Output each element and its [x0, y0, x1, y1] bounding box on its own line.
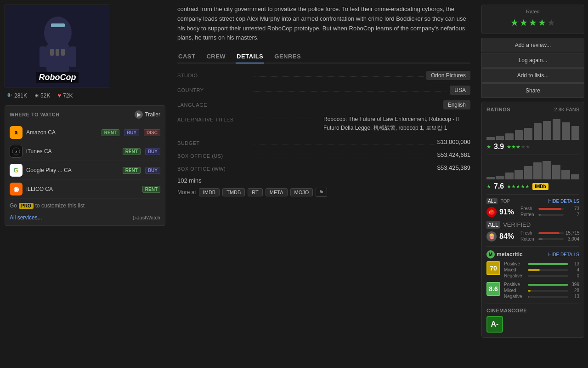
- rt-fresh-pct: 91%: [499, 208, 514, 216]
- tab-crew[interactable]: CREW: [205, 50, 226, 63]
- rt-tab-top[interactable]: TOP: [499, 198, 511, 204]
- meta-pos-label: Positive: [504, 261, 526, 266]
- svg-rect-5: [51, 23, 65, 27]
- detail-row-studio: STUDIO Orion Pictures: [177, 71, 470, 80]
- star-5[interactable]: ★: [547, 17, 555, 28]
- imdb-bar: [514, 170, 523, 179]
- tab-genres[interactable]: GENRES: [273, 50, 302, 63]
- meta-mix-label: Mixed: [504, 267, 526, 272]
- badge-buy-google[interactable]: BUY: [145, 167, 160, 174]
- imdb-bar: [533, 162, 542, 179]
- runtime-value: 102 mins: [177, 177, 202, 184]
- meta-user-mix-label: Mixed: [504, 288, 526, 293]
- meta-user-neg-row: Negative 13: [504, 294, 579, 299]
- add-review-button[interactable]: Add a review...: [481, 38, 584, 52]
- meta-critic-pos-count: 13: [570, 261, 579, 266]
- eye-icon: 👁: [6, 92, 12, 99]
- badge-rent-itunes[interactable]: RENT: [123, 148, 141, 155]
- tab-cast[interactable]: CAST: [177, 50, 196, 63]
- studio-dots: [254, 76, 424, 77]
- add-to-lists-button[interactable]: Add to lists...: [481, 68, 584, 83]
- badge-disc-amazon[interactable]: DISC: [144, 129, 160, 136]
- pro-badge[interactable]: PRO: [19, 203, 34, 209]
- imdb-bar: [524, 166, 532, 179]
- more-at-mojo[interactable]: MOJO: [290, 188, 313, 196]
- trailer-button[interactable]: ▶ Trailer: [135, 110, 160, 119]
- imdb-score-row: ★ 7.6 ★★★★★ IMDb: [486, 182, 579, 190]
- badge-rent-amazon[interactable]: RENT: [102, 129, 119, 136]
- meta-user-pos-fill: [528, 284, 568, 286]
- rt-tab-all-v[interactable]: ALL: [486, 221, 500, 229]
- trailer-label: Trailer: [145, 111, 160, 118]
- bo-us-value-wrap: $53,424,681: [437, 151, 470, 158]
- service-row-illico: ◉ ILLICO CA RENT: [10, 180, 160, 199]
- badge-buy-itunes[interactable]: BUY: [145, 148, 160, 155]
- language-value-wrap: English: [443, 100, 470, 109]
- svg-rect-8: [61, 49, 65, 56]
- bo-ww-label: BOX OFFICE (WW): [177, 164, 251, 172]
- service-row-itunes: ♪ iTunes CA RENT BUY: [10, 142, 160, 161]
- rt-popcorn-pct: 84%: [499, 232, 514, 241]
- lb-bar: [505, 133, 514, 140]
- rt-popcorn-fresh-row: Fresh 15,715: [520, 230, 579, 236]
- meta-hide-details-button[interactable]: HIDE DETAILS: [548, 252, 579, 257]
- divider-1: [486, 155, 579, 155]
- more-at-rt[interactable]: RT: [248, 188, 262, 196]
- svg-rect-6: [50, 49, 54, 56]
- rt-hide-details-button[interactable]: HIDE DETAILS: [548, 199, 579, 204]
- rt-tab-verified[interactable]: VERIFIED: [502, 221, 532, 229]
- movie-description: contract from the city government to pri…: [177, 5, 470, 43]
- imdb-bar: [543, 161, 551, 179]
- metacritic-title: metacritic: [497, 251, 523, 258]
- movie-poster: RoboCop: [5, 5, 110, 87]
- bo-us-value: $53,424,681: [437, 151, 470, 158]
- badge-rent-google[interactable]: RENT: [123, 167, 141, 174]
- google-logo: G: [10, 164, 23, 177]
- meta-critic-score-box: 70: [486, 261, 500, 275]
- justwatch-brand: ▷JustWatch: [133, 215, 160, 221]
- right-panel: Rated ★ ★ ★ ★ ★ Add a review... Log agai…: [478, 0, 588, 368]
- flag-button[interactable]: ⚑: [316, 188, 327, 197]
- meta-user-mix-bg: [528, 290, 568, 292]
- language-value: English: [443, 100, 470, 109]
- meta-user-score-row: 8.6 Positive 399 Mixed: [486, 282, 579, 300]
- star-3[interactable]: ★: [529, 17, 537, 28]
- wtw-label: WHERE TO WATCH: [10, 112, 60, 117]
- middle-panel: contract from the city government to pri…: [170, 0, 478, 368]
- lb-bar: [496, 136, 504, 140]
- rt-tab-all[interactable]: ALL: [486, 198, 498, 204]
- more-at-meta[interactable]: META: [266, 188, 288, 196]
- more-at-tmdb[interactable]: TMDB: [222, 188, 245, 196]
- star-1[interactable]: ★: [510, 17, 519, 28]
- log-again-button[interactable]: Log again...: [481, 53, 584, 68]
- meta-user-score-box: 8.6: [486, 282, 500, 296]
- meta-user-pos-label: Positive: [504, 282, 526, 287]
- svg-rect-4: [69, 46, 76, 67]
- imdb-star: ★: [486, 184, 491, 190]
- badge-rent-illico[interactable]: RENT: [142, 186, 160, 193]
- badge-buy-amazon[interactable]: BUY: [124, 129, 139, 136]
- meta-critic-mix-row: Mixed 4: [504, 267, 579, 272]
- tab-details[interactable]: DETAILS: [236, 50, 264, 63]
- rt-popcorn-rotten-label: Rotten: [520, 236, 537, 242]
- rt-fresh-label: Fresh: [520, 206, 537, 211]
- stars-row[interactable]: ★ ★ ★ ★ ★: [486, 17, 579, 28]
- imdb-badge: IMDb: [532, 183, 548, 190]
- star-4[interactable]: ★: [538, 17, 546, 28]
- star-2[interactable]: ★: [520, 17, 528, 28]
- amazon-logo: a: [10, 126, 23, 139]
- user-rating-section: Rated ★ ★ ★ ★ ★: [481, 5, 584, 34]
- likes-stat: ♥ 72K: [57, 92, 73, 99]
- imdb-bar: [561, 170, 570, 179]
- country-label: COUNTRY: [177, 86, 251, 93]
- rt-rotten-count: 7: [565, 212, 579, 217]
- meta-user-neg-bg: [528, 296, 568, 298]
- meta-critic-neg-count: 0: [570, 273, 579, 278]
- rt-rotten-bar-row: Rotten 7: [520, 212, 579, 217]
- share-button[interactable]: Share: [481, 83, 584, 98]
- rt-fresh-bar-row: Fresh 73: [520, 206, 579, 211]
- all-services-link[interactable]: All services...: [10, 214, 42, 221]
- more-at-imdb[interactable]: IMDB: [199, 188, 220, 196]
- google-name: Google Play ... CA: [26, 167, 118, 173]
- rt-audience-bars: Fresh 15,715 Rotten 3,004: [520, 230, 579, 242]
